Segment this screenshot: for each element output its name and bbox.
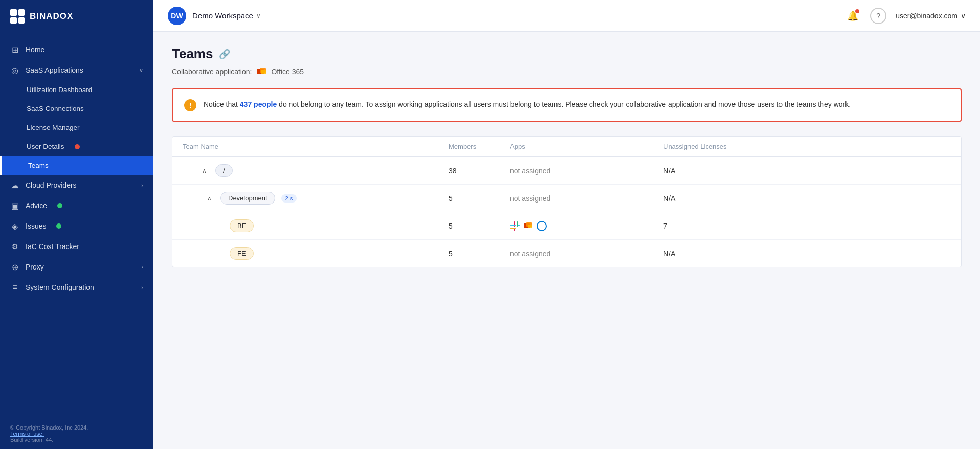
sidebar-item-system-configuration[interactable]: ≡ System Configuration › xyxy=(0,277,153,298)
sidebar-item-label: IaC Cost Tracker xyxy=(26,242,79,251)
sidebar-item-advice[interactable]: ▣ Advice xyxy=(0,195,153,216)
header-icons: 🔔 ? user@binadox.com ∨ xyxy=(844,8,966,24)
user-menu[interactable]: user@binadox.com ∨ xyxy=(896,12,966,20)
sidebar-item-proxy[interactable]: ⊕ Proxy › xyxy=(0,257,153,277)
col-apps: Apps xyxy=(510,143,663,150)
workspace-chevron-icon: ∨ xyxy=(256,12,261,19)
table-row: ∧ / 38 not assigned N/A xyxy=(172,157,961,185)
issues-badge xyxy=(56,223,61,229)
sidebar: BINADOX ⊞ Home ◎ SaaS Applications ∨ Uti… xyxy=(0,0,153,449)
alert-prefix: Notice that xyxy=(204,100,240,108)
team-badge[interactable]: / xyxy=(215,164,233,177)
team-badge[interactable]: BE xyxy=(230,219,254,232)
alert-box: ! Notice that 437 people do not belong t… xyxy=(172,88,962,122)
table-row: BE 5 xyxy=(172,212,961,240)
apps-cell: not assigned xyxy=(510,250,663,258)
sidebar-item-label: SaaS Applications xyxy=(26,66,83,74)
saas-icon: ◎ xyxy=(10,65,19,75)
sidebar-item-label: Home xyxy=(26,46,44,54)
chevron-right-icon: › xyxy=(141,182,143,188)
apps-cell: not assigned xyxy=(510,167,663,175)
team-badge[interactable]: FE xyxy=(230,247,254,260)
col-unassigned: Unassigned Licenses xyxy=(663,143,951,150)
alert-text: Notice that 437 people do not belong to … xyxy=(204,99,851,110)
members-cell: 5 xyxy=(449,222,510,230)
table-header: Team Name Members Apps Unassigned Licens… xyxy=(172,137,961,157)
sidebar-item-license-manager[interactable]: License Manager xyxy=(0,118,153,137)
alert-icon: ! xyxy=(184,99,196,111)
svg-rect-2 xyxy=(261,70,266,74)
members-cell: 5 xyxy=(449,250,510,258)
sidebar-item-cloud-providers[interactable]: ☁ Cloud Providers › xyxy=(0,175,153,195)
teams-table: Team Name Members Apps Unassigned Licens… xyxy=(172,136,962,267)
advice-badge xyxy=(57,203,62,208)
office365-icon xyxy=(256,66,267,77)
members-cell: 38 xyxy=(449,167,510,175)
page-title: Teams xyxy=(172,46,213,62)
col-team-name: Team Name xyxy=(183,143,449,150)
row-expand-button[interactable]: ∧ xyxy=(204,193,214,204)
user-chevron-icon: ∨ xyxy=(961,12,966,20)
sidebar-item-home[interactable]: ⊞ Home xyxy=(0,39,153,60)
alert-suffix: do not belong to any team. To assign wor… xyxy=(277,100,851,108)
table-body: ∧ / 38 not assigned N/A ∧ xyxy=(172,157,961,267)
sidebar-item-label: Advice xyxy=(26,201,47,210)
advice-icon: ▣ xyxy=(10,201,19,210)
unassigned-cell: N/A xyxy=(663,250,951,258)
team-badge[interactable]: Development xyxy=(220,192,275,205)
sidebar-item-issues[interactable]: ◈ Issues xyxy=(0,216,153,236)
collaborative-app-row: Collaborative application: Office 365 xyxy=(172,66,962,77)
terms-of-use-link[interactable]: Terms of use. xyxy=(10,431,44,437)
sidebar-item-iac-cost-tracker[interactable]: ⚙ IaC Cost Tracker xyxy=(0,236,153,257)
terms-link[interactable]: Terms of use. xyxy=(10,431,143,437)
chevron-right-icon: › xyxy=(141,264,143,270)
sidebar-item-saas-applications[interactable]: ◎ SaaS Applications ∨ xyxy=(0,60,153,80)
slack-icon xyxy=(510,221,520,231)
team-name: Development xyxy=(228,194,268,202)
table-row: ∧ Development 2 s 5 not assigned N/A xyxy=(172,185,961,212)
help-button[interactable]: ? xyxy=(870,8,886,24)
iac-icon: ⚙ xyxy=(10,242,19,251)
chevron-right-icon: › xyxy=(141,284,143,290)
unassigned-cell: N/A xyxy=(663,167,951,175)
collab-label: Collaborative application: xyxy=(172,68,252,76)
user-details-badge xyxy=(75,144,80,149)
okta-icon xyxy=(537,221,547,231)
sidebar-item-label: License Manager xyxy=(27,124,80,131)
workspace-name[interactable]: Demo Workspace ∨ xyxy=(192,11,261,20)
unassigned-cell: N/A xyxy=(663,194,951,203)
sidebar-item-label: System Configuration xyxy=(26,283,94,291)
row-expand-button[interactable]: ∧ xyxy=(199,166,209,176)
sidebar-item-utilization-dashboard[interactable]: Utilization Dashboard xyxy=(0,80,153,99)
notifications-button[interactable]: 🔔 xyxy=(844,8,861,24)
copyright-text: © Copyright Binadox, Inc 2024. xyxy=(10,424,143,431)
sidebar-logo: BINADOX xyxy=(0,0,153,33)
team-name-cell: FE xyxy=(183,247,449,260)
user-email: user@binadox.com xyxy=(896,12,957,20)
svg-rect-8 xyxy=(510,228,516,229)
build-version: Build version: 44. xyxy=(10,437,143,443)
chevron-down-icon: ∨ xyxy=(139,67,143,74)
apps-cell: not assigned xyxy=(510,194,663,203)
top-header: DW Demo Workspace ∨ 🔔 ? user@binadox.com… xyxy=(153,0,980,32)
svg-rect-7 xyxy=(517,221,518,227)
proxy-icon: ⊕ xyxy=(10,262,19,272)
sidebar-item-teams[interactable]: Teams xyxy=(0,156,153,175)
link-icon[interactable]: 🔗 xyxy=(219,49,230,60)
logo-icon xyxy=(10,9,25,24)
office365-app-icon xyxy=(523,221,533,231)
svg-rect-11 xyxy=(528,224,532,228)
notification-dot xyxy=(855,9,859,13)
page-header: Teams 🔗 xyxy=(172,46,962,62)
sidebar-item-label: User Details xyxy=(27,143,64,150)
cloud-icon: ☁ xyxy=(10,181,19,190)
team-name: BE xyxy=(237,222,246,230)
team-name-cell: BE xyxy=(183,219,449,232)
unassigned-cell: 7 xyxy=(663,222,951,230)
sidebar-item-user-details[interactable]: User Details xyxy=(0,137,153,156)
team-name: FE xyxy=(237,250,246,257)
home-icon: ⊞ xyxy=(10,45,19,54)
collab-app-name: Office 365 xyxy=(271,68,304,76)
logo-text: BINADOX xyxy=(30,11,73,21)
sidebar-item-saas-connections[interactable]: SaaS Connections xyxy=(0,99,153,118)
